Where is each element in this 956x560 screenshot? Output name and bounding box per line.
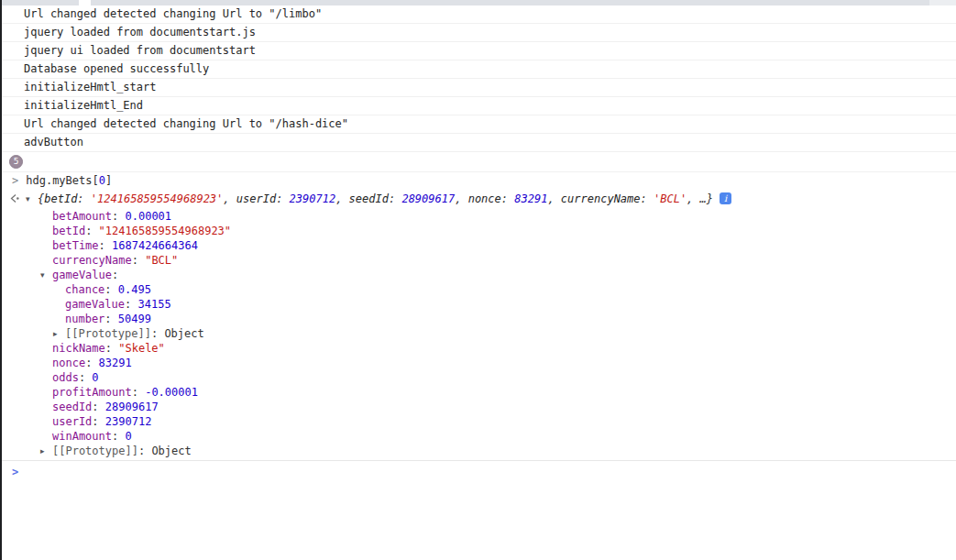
property-separator: :: [105, 341, 118, 356]
property-row: seedId: 28909617: [0, 400, 956, 414]
property-value: 0: [125, 429, 131, 444]
property-value: 28909617: [105, 400, 159, 414]
return-value-arrow-icon: [8, 192, 20, 204]
console-log-row: jquery loaded from documentstart.js: [0, 24, 956, 42]
property-separator: :: [104, 282, 117, 297]
property-separator: :: [132, 385, 145, 400]
property-key: chance: [65, 282, 104, 297]
property-separator: :: [112, 429, 125, 444]
console-log-row: jquery ui loaded from documentstart: [0, 42, 956, 60]
property-row: number: 50499: [0, 312, 956, 326]
property-key: userId: [52, 414, 92, 429]
console-badge-row: 5: [0, 152, 956, 172]
property-separator: :: [151, 326, 164, 341]
console-log-list: Url changed detected changing Url to "/l…: [0, 5, 956, 152]
code-token: ,: [335, 192, 348, 205]
code-token: ]: [105, 174, 112, 187]
property-row: winAmount: 0: [0, 429, 956, 444]
code-token: betId: [44, 192, 77, 205]
top-border-notch: [79, 0, 91, 5]
property-value: 50499: [118, 312, 151, 326]
property-value: 0.00001: [125, 209, 171, 224]
property-separator: :: [92, 400, 104, 414]
property-row: betTime: 1687424664364: [0, 238, 956, 253]
property-separator: :: [85, 356, 98, 370]
property-value: 2390712: [105, 414, 152, 429]
code-token: :: [389, 192, 401, 205]
property-key: number: [65, 312, 104, 326]
console-log-row: advButton: [0, 134, 956, 152]
property-expander-icon[interactable]: ▾: [40, 268, 52, 282]
property-value: Object: [164, 326, 203, 341]
property-separator: :: [132, 253, 145, 268]
property-key: betId: [52, 224, 85, 238]
property-row: betId: "124165859554968923": [0, 224, 956, 238]
property-row: currencyName: "BCL": [0, 253, 956, 268]
window-left-edge: [0, 0, 2, 560]
code-token: 28909617: [401, 192, 455, 205]
code-token: currencyName: [561, 192, 641, 205]
property-value: "124165859554968923": [99, 224, 232, 238]
property-expander-icon[interactable]: ▸: [53, 326, 65, 341]
property-separator: :: [99, 238, 112, 253]
property-row: ▸[[Prototype]]: Object: [0, 444, 956, 458]
code-token: 83291: [514, 192, 547, 205]
property-row: ▸[[Prototype]]: Object: [0, 326, 956, 341]
property-row: chance: 0.495: [0, 282, 956, 297]
console-log-row: initializeHmtl_start: [0, 79, 956, 97]
property-value: 83291: [99, 356, 132, 370]
property-row: ▾gameValue:: [0, 268, 956, 282]
evaluated-info-icon[interactable]: i: [720, 192, 731, 204]
property-key: [[Prototype]]: [52, 444, 138, 458]
console-input-echo-row: > hdg.myBets[0]: [0, 172, 956, 189]
property-key: betAmount: [52, 209, 112, 224]
message-count-badge: 5: [9, 155, 23, 169]
property-separator: :: [79, 370, 92, 385]
code-token: 0: [99, 174, 105, 187]
property-value: 0.495: [118, 282, 151, 297]
console-prompt-row[interactable]: >: [0, 460, 956, 483]
code-token: userId: [236, 192, 276, 205]
property-row: gameValue: 34155: [0, 297, 956, 312]
code-token: hdg.myBets[: [26, 174, 98, 187]
code-token: '124165859554968923': [91, 192, 224, 205]
code-token: nonce: [468, 192, 501, 205]
code-token: seedId: [349, 192, 389, 205]
property-row: profitAmount: -0.00001: [0, 385, 956, 400]
console-result-row: ▾ {betId: '124165859554968923', userId: …: [0, 189, 956, 208]
property-key: seedId: [52, 400, 92, 414]
property-key: winAmount: [52, 429, 112, 444]
console-log-row: Database opened successfully: [0, 60, 956, 79]
property-key: gameValue: [65, 297, 125, 312]
property-value: "Skele": [118, 341, 165, 356]
code-token: 'BCL': [654, 192, 687, 205]
property-separator: :: [112, 209, 125, 224]
property-separator: :: [125, 297, 137, 312]
property-key: [[Prototype]]: [65, 326, 151, 341]
code-token: ,: [547, 192, 560, 205]
object-preview[interactable]: {betId: '124165859554968923', userId: 23…: [38, 192, 713, 205]
property-value: Object: [151, 444, 191, 458]
code-token: :: [77, 192, 90, 205]
property-value: 1687424664364: [112, 238, 198, 253]
property-value: -0.00001: [145, 385, 198, 400]
console-input-expression[interactable]: hdg.myBets[0]: [26, 174, 112, 187]
code-token: ,: [223, 192, 236, 205]
property-expander-icon[interactable]: ▸: [40, 444, 52, 458]
object-expander-icon[interactable]: ▾: [26, 192, 38, 206]
property-row: odds: 0: [0, 370, 956, 385]
console-log-row: Url changed detected changing Url to "/l…: [0, 5, 956, 24]
property-separator: :: [85, 224, 98, 238]
property-key: gameValue: [52, 268, 112, 282]
property-row: userId: 2390712: [0, 414, 956, 429]
property-separator: :: [104, 312, 117, 326]
property-separator: :: [112, 268, 118, 282]
console-input-chevron-icon: >: [12, 174, 18, 187]
property-row: nonce: 83291: [0, 356, 956, 370]
code-token: :: [501, 192, 514, 205]
property-separator: :: [138, 444, 151, 458]
property-row: betAmount: 0.00001: [0, 209, 956, 224]
code-token: :: [641, 192, 654, 205]
property-key: nonce: [52, 356, 85, 370]
property-value: 0: [92, 370, 98, 385]
